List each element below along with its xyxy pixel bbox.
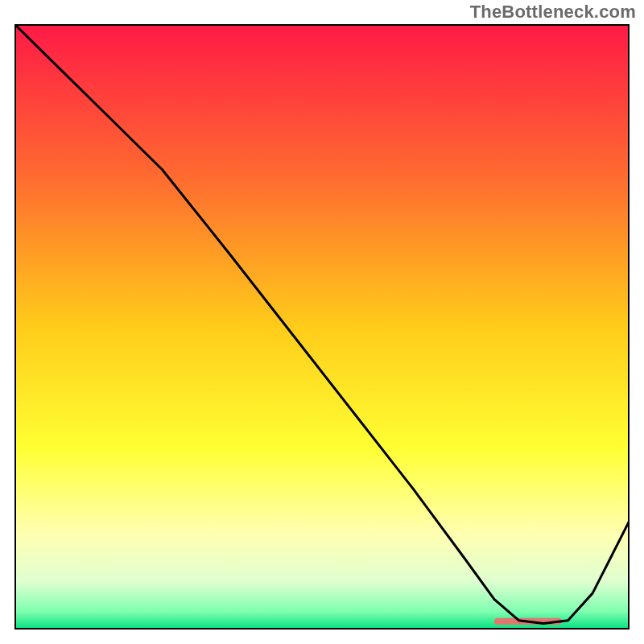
plot-area	[14, 24, 630, 630]
chart-svg	[14, 24, 630, 630]
chart-frame: TheBottleneck.com	[0, 0, 644, 644]
watermark-text: TheBottleneck.com	[470, 2, 636, 23]
